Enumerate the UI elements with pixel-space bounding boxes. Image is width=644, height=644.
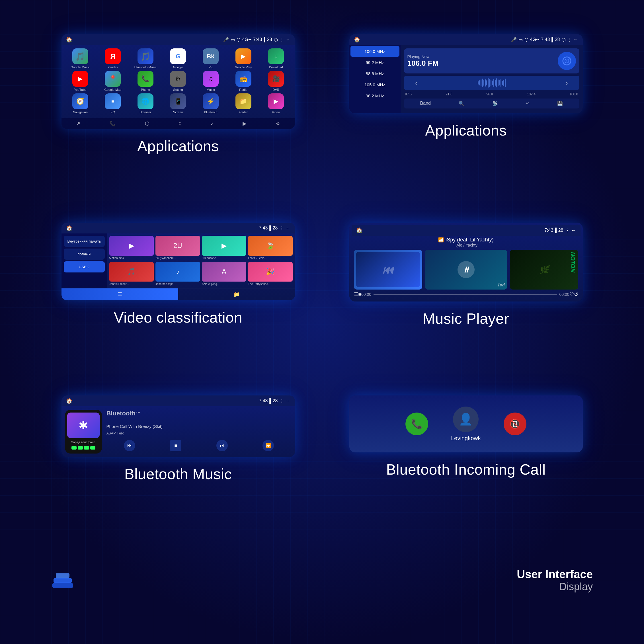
- app-dvr[interactable]: 🎥 DVR: [261, 71, 292, 92]
- menu-icon-3[interactable]: ⋮: [280, 225, 284, 231]
- app-google-play[interactable]: ▶ Google Play: [228, 48, 259, 69]
- music-progress-bar[interactable]: [374, 294, 557, 295]
- freq-btn-1[interactable]: 99.2 MHz: [350, 57, 399, 68]
- vid-item-4[interactable]: 🎵 Jonnie Fraser...: [109, 262, 154, 286]
- app-music[interactable]: ♫ Music: [195, 71, 226, 92]
- app-eq[interactable]: ≡ EQ: [97, 93, 128, 114]
- home-icon-4[interactable]: 🏠: [356, 227, 362, 233]
- nav-arrow-icon[interactable]: ↗: [76, 120, 80, 127]
- app-youtube[interactable]: ▶ YouTube: [65, 71, 96, 92]
- bt-phone-screen: ✱: [67, 413, 100, 438]
- app-maps[interactable]: 📍 Google Map: [97, 71, 128, 92]
- loop-icon[interactable]: ∞: [526, 101, 529, 106]
- bt-fastforward-btn[interactable]: ⏩: [262, 440, 274, 451]
- caller-avatar: 👤: [453, 407, 479, 432]
- screen-radio: 🏠 🎤 ▭ ⬡ 4G▪▪ 7:43 ▌28 ⬡ ⋮ ←: [349, 34, 583, 113]
- home-icon-2[interactable]: 🏠: [354, 36, 360, 43]
- vid-item-2[interactable]: ▶ Friendzone...: [202, 236, 247, 260]
- freq-btn-2[interactable]: 88.6 MHz: [350, 68, 399, 79]
- band-button[interactable]: Band: [420, 101, 431, 106]
- back-icon-4[interactable]: ←: [571, 228, 576, 233]
- broadcast-icon[interactable]: 📡: [492, 101, 498, 106]
- cat-usb[interactable]: USB 2: [64, 261, 105, 272]
- cat-full[interactable]: полный: [64, 249, 105, 260]
- freq-btn-3[interactable]: 105.0 MHz: [350, 79, 399, 90]
- home-icon-5[interactable]: 🏠: [66, 398, 72, 404]
- vid-item-5[interactable]: ♪ Jonathan.mp4: [155, 262, 200, 286]
- logo-layers: [51, 571, 74, 590]
- music-eq-icon[interactable]: ≡: [358, 292, 362, 298]
- section-title-radio: Applications: [425, 122, 506, 139]
- brand-title: User Interface: [517, 568, 593, 581]
- app-setting[interactable]: ⚙ Setting: [163, 71, 194, 92]
- back-icon[interactable]: ←: [286, 37, 290, 42]
- home-icon[interactable]: 🏠: [66, 36, 72, 43]
- vid-folder-view[interactable]: 📁: [178, 288, 295, 300]
- menu-icon[interactable]: ⋮: [280, 37, 284, 42]
- radio-freq-list: 106.0 MHz 99.2 MHz 88.6 MHz 105.0 MHz 98…: [349, 45, 401, 113]
- freq-btn-0[interactable]: 106.0 MHz: [350, 46, 399, 57]
- vid-item-7[interactable]: 🎉 The Partysquad...: [248, 262, 293, 286]
- back-icon-5[interactable]: ←: [286, 398, 290, 403]
- battery-icon: ▌28: [264, 37, 272, 42]
- video-sidebar: Внутренняя память полный USB 2: [61, 233, 107, 288]
- cat-internal[interactable]: Внутренняя память: [64, 236, 105, 247]
- nav-play-icon[interactable]: ▶: [243, 120, 247, 127]
- nav-phone-icon[interactable]: 📞: [109, 120, 116, 127]
- nav-music-icon[interactable]: ♪: [211, 120, 213, 127]
- bt-rewind-btn[interactable]: ⏮: [124, 440, 135, 451]
- app-yandex[interactable]: Я Yandex: [97, 48, 128, 69]
- back-icon-3[interactable]: ←: [286, 225, 290, 231]
- status-bar-2: 🏠 🎤 ▭ ⬡ 4G▪▪ 7:43 ▌28 ⬡ ⋮ ←: [349, 34, 583, 45]
- battery-icon-3: ▌28: [269, 225, 278, 231]
- nav-circle-icon[interactable]: ○: [179, 120, 182, 127]
- app-phone[interactable]: 📞 Phone: [130, 71, 161, 92]
- back-icon-2[interactable]: ←: [574, 37, 578, 42]
- search-icon-radio[interactable]: 🔍: [459, 101, 464, 106]
- status-bar-5: 🏠 7:43 ▌28 ⋮ ←: [61, 395, 295, 406]
- app-google[interactable]: G Google: [163, 48, 194, 69]
- freq-btn-4[interactable]: 98.2 MHz: [350, 91, 399, 101]
- app-bluetooth[interactable]: ⚡ Bluetooth: [195, 93, 226, 114]
- nav-home-icon[interactable]: ⬡: [145, 120, 149, 127]
- app-screen[interactable]: 📱 Screen: [163, 93, 194, 114]
- app-folder[interactable]: 📁 Folder: [228, 93, 259, 114]
- album-art-center: ⏸ Tod: [425, 250, 507, 290]
- home-icon-3[interactable]: 🏠: [66, 225, 72, 231]
- app-radio[interactable]: 📻 Radio: [228, 71, 259, 92]
- vid-item-6[interactable]: A Aziz Wijving...: [202, 262, 247, 286]
- save-icon-radio[interactable]: 💾: [557, 101, 563, 106]
- time-display-3: 7:43: [259, 225, 268, 231]
- app-browser[interactable]: 🌐 Browser: [130, 93, 161, 114]
- music-heart-icon[interactable]: ♡: [569, 291, 574, 298]
- vid-list-view[interactable]: ☰: [61, 288, 178, 300]
- answer-call-btn[interactable]: 📞: [405, 413, 428, 435]
- nav-settings-icon[interactable]: ⚙: [276, 120, 280, 127]
- app-video[interactable]: ▶ Video: [261, 93, 292, 114]
- menu-icon-5[interactable]: ⋮: [280, 398, 284, 404]
- call-buttons: 📞 👤 Levingkowk 📵: [405, 407, 526, 442]
- vid-item-3[interactable]: 🍃 Leafs - Feels...: [248, 236, 293, 260]
- music-list-icon[interactable]: ☰: [354, 291, 358, 298]
- video-screen: 🏠 7:43 ▌28 ⋮ ← Внутренняя память полный …: [61, 223, 295, 300]
- app-vk[interactable]: ВК VK: [195, 48, 226, 69]
- app-navigation[interactable]: 🧭 Navigation: [65, 93, 96, 114]
- waveform-prev[interactable]: ‹: [415, 80, 417, 86]
- bt-stop-btn[interactable]: ■: [170, 440, 181, 451]
- music-repeat-icon[interactable]: ↺: [574, 291, 578, 298]
- vid-item-1[interactable]: 2U 2U (Symphoni...: [155, 236, 200, 260]
- bt-screen-body: ✱ Заряд телефона Bluetooth™: [61, 406, 295, 457]
- sim-icon-2: ▭: [518, 37, 523, 42]
- menu-icon-2[interactable]: ⋮: [567, 37, 572, 42]
- menu-icon-4[interactable]: ⋮: [565, 228, 570, 233]
- app-icon-img: 📁: [235, 93, 251, 109]
- app-google-music[interactable]: 🎵 Google Music: [65, 48, 96, 69]
- radio-controls: Band 🔍 📡 ∞ 💾: [404, 99, 579, 108]
- now-playing-label: Playing Now: [407, 54, 554, 59]
- decline-call-btn[interactable]: 📵: [504, 413, 526, 435]
- bt-forward-btn[interactable]: ⏭: [216, 440, 228, 451]
- vid-item-0[interactable]: ▶ Motion.mp4: [109, 236, 154, 260]
- app-bt-music[interactable]: 🎵 Bluetooth Music: [130, 48, 161, 69]
- waveform-next[interactable]: ›: [566, 80, 568, 86]
- app-download[interactable]: ↓ Download: [261, 48, 292, 69]
